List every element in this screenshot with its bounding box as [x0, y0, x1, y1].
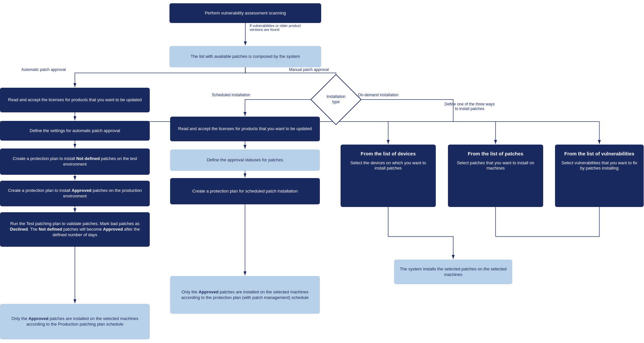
- label-auto-approval: Automatic patch approval: [21, 67, 66, 72]
- node-system-installs: The system installs the selected patches…: [394, 260, 512, 284]
- node-protection-notdefined: Create a protection plan to install Not …: [0, 149, 150, 175]
- node-read-licenses-mid: Read and accept the licenses for product…: [170, 117, 320, 141]
- node-only-approved-left: Only the Approved patches are installed …: [0, 304, 150, 339]
- label-manual-approval: Manual patch approval: [289, 67, 329, 72]
- label-three-ways: Define one of the three waysto install p…: [437, 102, 502, 111]
- node-installation-type: Installationtype: [318, 81, 354, 118]
- label-ondemand: On-demand installation: [358, 93, 398, 97]
- node-auto-settings: Define the settings for automatic patch …: [0, 121, 150, 141]
- node-define-approval: Define the approval statuses for patches: [170, 149, 320, 171]
- label-scheduled: Scheduled installation: [212, 93, 250, 97]
- node-from-devices: From the list of devices Select the devi…: [341, 145, 436, 207]
- node-from-patches: From the list of patches Select patches …: [448, 145, 543, 207]
- node-only-approved-mid: Only the Approved patches are installed …: [170, 276, 320, 314]
- node-from-vulnerabilities: From the list of vulnerabilities Select …: [555, 145, 644, 207]
- flowchart: If vulnerabilities or older product vers…: [0, 0, 644, 343]
- node-protection-scheduled: Create a protection plan for scheduled p…: [170, 178, 320, 204]
- node-start: Perform vulnerability assessment scannin…: [169, 3, 321, 23]
- node-run-test: Run the Test patching plan to validate p…: [0, 212, 150, 247]
- condition-label-vulnerabilities: If vulnerabilities or older product vers…: [250, 24, 309, 32]
- node-list-composed: The list with available patches is compo…: [169, 46, 321, 67]
- node-protection-approved: Create a protection plan to install Appr…: [0, 181, 150, 206]
- node-read-licenses-left: Read and accept the licenses for product…: [0, 88, 150, 112]
